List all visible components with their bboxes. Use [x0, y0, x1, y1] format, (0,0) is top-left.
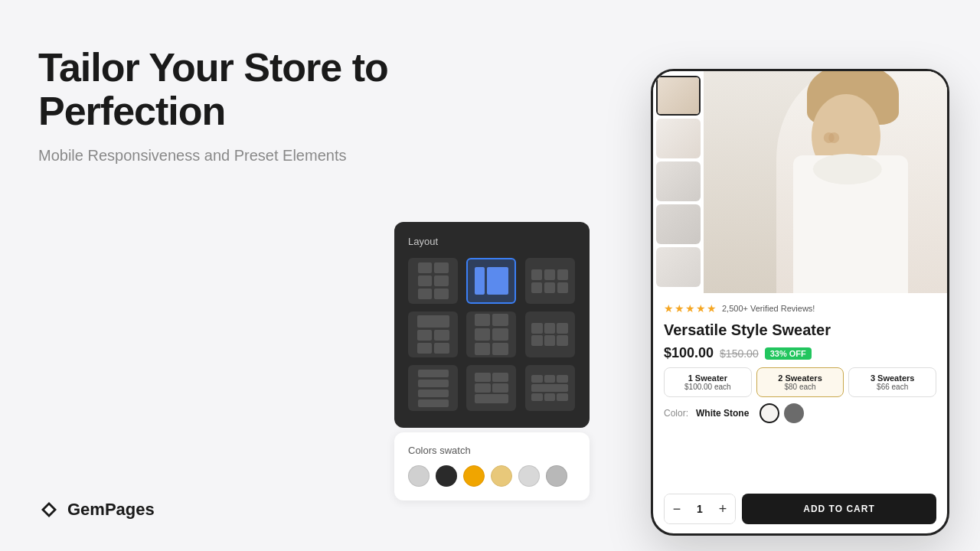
bundle-2-price: $80 each	[760, 383, 841, 391]
layout-option-4[interactable]	[408, 311, 458, 357]
quantity-increase-button[interactable]: +	[710, 494, 735, 524]
bundle-1-price: $100.00 each	[668, 383, 748, 391]
color-section: Color: White Stone	[664, 403, 936, 423]
layout-card-title: Layout	[408, 236, 576, 247]
swatch-darkgray[interactable]	[546, 465, 567, 487]
main-product-image	[704, 71, 947, 293]
swatch-gold[interactable]	[491, 465, 512, 487]
color-label: Color:	[664, 408, 688, 419]
swatch-gray[interactable]	[518, 465, 540, 487]
bundle-3-price: $66 each	[852, 383, 933, 391]
layout-option-7[interactable]	[408, 365, 458, 411]
layout-option-5[interactable]	[466, 311, 516, 357]
product-info: ★★★★★ 2,500+ Verified Reviews! Versatile…	[653, 293, 947, 533]
color-swatches	[760, 403, 804, 423]
gempages-logo-text: GemPages	[67, 500, 155, 520]
gempages-logo-icon	[38, 499, 60, 520]
swatch-black[interactable]	[436, 465, 457, 487]
swatches-row	[408, 465, 576, 487]
color-swatch-white[interactable]	[760, 403, 779, 423]
bundle-1-title: 1 Sweater	[668, 373, 748, 383]
stars-row: ★★★★★ 2,500+ Verified Reviews!	[664, 302, 936, 315]
bundle-option-2[interactable]: 2 Sweaters $80 each	[756, 367, 844, 397]
swatch-orange[interactable]	[463, 465, 485, 487]
quantity-decrease-button[interactable]: −	[665, 494, 689, 524]
bundle-options: 1 Sweater $100.00 each 2 Sweaters $80 ea…	[664, 367, 936, 397]
layout-option-3[interactable]	[525, 258, 575, 304]
price-row: $100.00 $150.00 33% OFF	[664, 345, 936, 361]
layout-option-6[interactable]	[525, 311, 575, 357]
thumbnail-3[interactable]	[656, 161, 701, 201]
layout-option-9[interactable]	[525, 365, 575, 411]
star-rating: ★★★★★	[664, 302, 717, 315]
quantity-value: 1	[689, 503, 710, 515]
sub-title: Mobile Responsiveness and Preset Element…	[38, 147, 559, 165]
bundle-3-title: 3 Sweaters	[852, 373, 933, 383]
bundle-2-title: 2 Sweaters	[760, 373, 841, 383]
price-current: $100.00	[664, 345, 714, 361]
product-page: ★★★★★ 2,500+ Verified Reviews! Versatile…	[653, 71, 947, 533]
layout-option-8[interactable]	[466, 365, 516, 411]
product-name: Versatile Style Sweater	[664, 321, 936, 339]
layout-card: Layout	[394, 222, 590, 428]
swatch-lightgray[interactable]	[408, 465, 430, 487]
add-to-cart-button[interactable]: ADD TO CART	[742, 494, 936, 524]
reviews-count: 2,500+ Verified Reviews!	[722, 304, 815, 313]
main-title: Tailor Your Store to Perfection	[38, 46, 559, 133]
thumbnail-1[interactable]	[656, 76, 701, 116]
cart-row: − 1 + ADD TO CART	[664, 494, 936, 527]
discount-badge: 33% OFF	[765, 347, 812, 360]
product-images	[653, 71, 947, 293]
layout-option-1[interactable]	[408, 258, 458, 304]
phone-mockup: ★★★★★ 2,500+ Verified Reviews! Versatile…	[651, 69, 949, 536]
thumbnail-4[interactable]	[656, 204, 701, 244]
layout-option-2[interactable]	[466, 258, 516, 304]
color-swatch-gray[interactable]	[784, 403, 804, 423]
color-name: White Stone	[696, 408, 749, 419]
thumbnail-5[interactable]	[656, 247, 701, 287]
thumbnail-2[interactable]	[656, 119, 701, 158]
layout-grid	[408, 258, 576, 411]
quantity-control: − 1 +	[664, 494, 736, 524]
colors-card-title: Colors swatch	[408, 445, 576, 456]
thumbnail-list	[653, 71, 704, 293]
bundle-option-3[interactable]: 3 Sweaters $66 each	[848, 367, 936, 397]
colors-swatch-card: Colors swatch	[394, 432, 590, 500]
price-original: $150.00	[720, 347, 759, 360]
gempages-logo: GemPages	[38, 499, 155, 520]
bundle-option-1[interactable]: 1 Sweater $100.00 each	[664, 367, 752, 397]
